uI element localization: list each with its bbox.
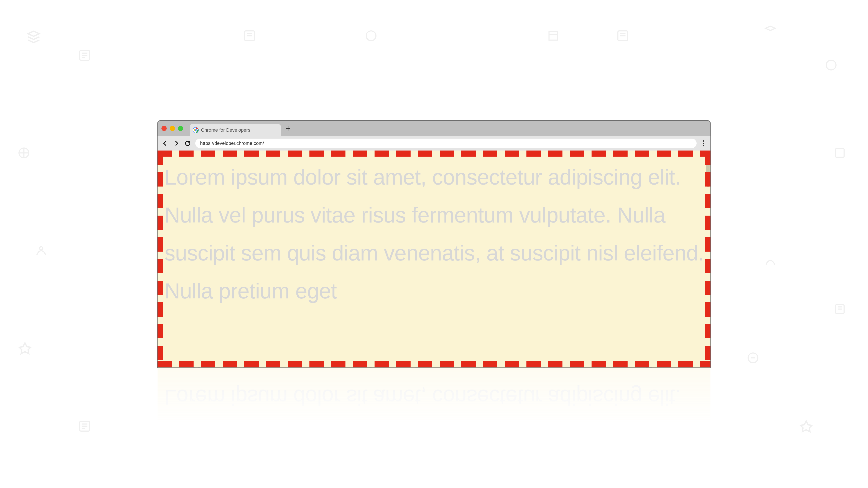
minimize-window-button[interactable] (170, 126, 175, 131)
back-button[interactable] (161, 140, 169, 147)
tab-title: Chrome for Developers (201, 127, 250, 133)
new-tab-button[interactable]: + (283, 124, 293, 133)
kebab-menu-icon[interactable] (701, 139, 707, 148)
svg-point-15 (195, 129, 196, 131)
lorem-text: Lorem ipsum dolor sit amet, consectetur … (164, 158, 706, 310)
url-text: https://developer.chrome.com/ (200, 140, 264, 146)
chrome-icon (193, 127, 199, 133)
reload-button[interactable] (184, 140, 191, 147)
page-viewport[interactable]: Lorem ipsum dolor sit amet, consectetur … (158, 151, 710, 367)
active-tab[interactable]: Chrome for Developers (190, 124, 281, 136)
address-bar[interactable]: https://developer.chrome.com/ (195, 139, 696, 148)
toolbar: https://developer.chrome.com/ (158, 136, 710, 151)
window-controls (161, 126, 183, 131)
reflection: Lorem ipsum dolor sit amet, consectetur … (158, 367, 710, 424)
maximize-window-button[interactable] (178, 126, 183, 131)
forward-button[interactable] (173, 140, 180, 147)
browser-window: Chrome for Developers + https://develope… (157, 120, 711, 368)
tab-strip: Chrome for Developers + (158, 121, 710, 136)
scrollbar-thumb[interactable] (706, 152, 710, 187)
close-window-button[interactable] (161, 126, 167, 131)
